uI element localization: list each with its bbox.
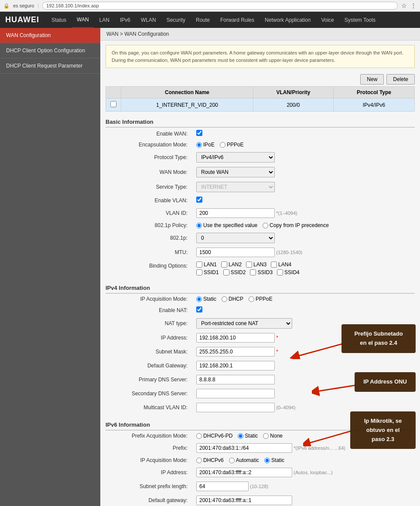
ipv4-acq-dhcp[interactable]: DHCP xyxy=(222,296,243,302)
enable-vlan-value[interactable] xyxy=(193,194,415,206)
ssid3-label: SSID3 xyxy=(257,269,273,275)
ssid2-checkbox[interactable] xyxy=(223,269,229,275)
row-checkbox-cell[interactable] xyxy=(106,98,121,112)
nav-security[interactable]: Security xyxy=(161,13,191,27)
ipv6-address-input[interactable] xyxy=(196,468,292,477)
browser-url[interactable]: 192.168.100.1/index.asp xyxy=(42,2,398,10)
binding-lan2[interactable]: LAN2 xyxy=(221,261,242,268)
mtu-input[interactable] xyxy=(196,248,275,257)
default-gw-input[interactable] xyxy=(196,361,275,370)
binding-lan4[interactable]: LAN4 xyxy=(271,261,291,268)
dot1p-select[interactable]: 0 xyxy=(196,233,275,243)
protocol-type-value[interactable]: IPv4/IPv6 xyxy=(193,150,415,165)
enable-wan-value[interactable] xyxy=(193,128,415,139)
service-type-select[interactable]: INTERNET xyxy=(196,182,275,192)
encap-pppoe-radio[interactable] xyxy=(220,142,225,148)
binding-lan1[interactable]: LAN1 xyxy=(196,261,217,268)
prefix-acq-dhcpv6pd-radio[interactable] xyxy=(196,433,202,439)
annotation-prefijo-text: Prefijo Subnetadoen el paso 2.4 xyxy=(354,330,403,346)
ipv6-default-gw-value[interactable] xyxy=(193,493,415,506)
subnet-mask-input[interactable] xyxy=(196,347,275,357)
ipv6-address-value[interactable]: (Autos, loopbac...) xyxy=(193,465,415,479)
policy-use-specified-radio[interactable] xyxy=(196,223,202,228)
ssid1-checkbox[interactable] xyxy=(196,269,202,275)
ipv4-acq-pppoe-radio[interactable] xyxy=(249,296,254,302)
nav-wlan[interactable]: WLAN xyxy=(136,13,161,27)
ipv6-acq-static[interactable]: Static xyxy=(264,457,284,463)
dot1p-value[interactable]: 0 xyxy=(193,231,415,245)
lan1-checkbox[interactable] xyxy=(196,261,202,268)
prefix-acq-label: Prefix Acquisition Mode: xyxy=(106,431,193,441)
ipv6-acq-static-radio[interactable] xyxy=(264,458,270,463)
binding-ssid3[interactable]: SSID3 xyxy=(250,269,273,275)
mtu-value[interactable]: (1280-1540) xyxy=(193,245,415,259)
new-button[interactable]: New xyxy=(360,74,384,85)
wan-mode-select[interactable]: Route WAN xyxy=(196,167,275,177)
nav-network-app[interactable]: Network Application xyxy=(260,13,316,27)
encap-pppoe-option[interactable]: PPPoE xyxy=(220,142,244,148)
policy-copy-ip-option[interactable]: Copy from IP precedence xyxy=(263,222,329,228)
enable-vlan-checkbox[interactable] xyxy=(196,197,202,203)
vlan-id-value[interactable]: *(1–4094) xyxy=(193,206,415,220)
sidebar-item-dhcp-request[interactable]: DHCP Client Request Parameter xyxy=(0,58,100,74)
primary-dns-input[interactable] xyxy=(196,375,275,384)
service-type-value[interactable]: INTERNET xyxy=(193,180,415,194)
default-gw-value[interactable] xyxy=(193,359,415,373)
row-checkbox[interactable] xyxy=(110,101,116,107)
nav-forward-rules[interactable]: Forward Rules xyxy=(215,13,260,27)
vlan-id-input[interactable] xyxy=(196,208,275,218)
lan4-checkbox[interactable] xyxy=(271,261,277,268)
ssid4-checkbox[interactable] xyxy=(277,269,283,275)
enable-nat-checkbox[interactable] xyxy=(196,306,202,312)
prefix-input[interactable] xyxy=(196,443,292,453)
ipv6-acq-dhcpv6-radio[interactable] xyxy=(196,458,202,463)
subnet-prefix-input[interactable] xyxy=(196,482,249,491)
policy-copy-ip-radio[interactable] xyxy=(263,223,268,228)
secondary-dns-input[interactable] xyxy=(196,389,275,398)
wan-mode-value[interactable]: Route WAN xyxy=(193,165,415,180)
policy-use-specified-option[interactable]: Use the specified value xyxy=(196,222,257,228)
enable-nat-value[interactable] xyxy=(193,304,415,316)
sidebar-item-dhcp-option[interactable]: DHCP Client Option Configuration xyxy=(0,43,100,58)
nat-type-select[interactable]: Port-restricted cone NAT xyxy=(196,318,292,329)
nav-system-tools[interactable]: System Tools xyxy=(339,13,381,27)
ipv4-acq-static[interactable]: Static xyxy=(196,296,216,302)
ipv4-acq-static-radio[interactable] xyxy=(196,296,202,302)
ipv6-acq-auto-radio[interactable] xyxy=(229,458,235,463)
enable-wan-checkbox[interactable] xyxy=(196,130,202,136)
star-icon[interactable]: ☆ xyxy=(401,2,407,9)
ipv4-acq-pppoe[interactable]: PPPoE xyxy=(249,296,273,302)
lan3-checkbox[interactable] xyxy=(246,261,252,268)
nav-route[interactable]: Route xyxy=(191,13,215,27)
nav-status[interactable]: Status xyxy=(46,13,72,27)
protocol-type-select[interactable]: IPv4/IPv6 xyxy=(196,152,275,163)
ipv4-acq-dhcp-radio[interactable] xyxy=(222,296,227,302)
ipv6-acq-auto[interactable]: Automatic xyxy=(229,457,259,463)
encap-ipoe-radio[interactable] xyxy=(196,142,202,148)
ssid3-checkbox[interactable] xyxy=(250,269,256,275)
binding-ssid4[interactable]: SSID4 xyxy=(277,269,300,275)
basic-info-title: Basic Information xyxy=(106,116,415,128)
binding-ssid2[interactable]: SSID2 xyxy=(223,269,246,275)
ipv6-acq-dhcpv6[interactable]: DHCPv6 xyxy=(196,457,224,463)
nav-lan[interactable]: LAN xyxy=(94,13,115,27)
encap-ipoe-option[interactable]: IPoE xyxy=(196,142,215,148)
prefix-acq-dhcpv6pd[interactable]: DHCPv6-PD xyxy=(196,433,232,439)
ipv4-address-input[interactable] xyxy=(196,333,275,343)
binding-lan3[interactable]: LAN3 xyxy=(246,261,266,268)
prefix-acq-static[interactable]: Static xyxy=(238,433,258,439)
nav-wan[interactable]: WAN xyxy=(72,12,94,28)
prefix-acq-none-radio[interactable] xyxy=(263,433,269,439)
binding-ssid1[interactable]: SSID1 xyxy=(196,269,219,275)
prefix-acq-static-radio[interactable] xyxy=(238,433,243,439)
ipv6-default-gw-input[interactable] xyxy=(196,496,292,505)
prefix-acq-none[interactable]: None xyxy=(263,433,283,439)
subnet-prefix-value[interactable]: (10-128) xyxy=(193,479,415,493)
nav-voice[interactable]: Voice xyxy=(316,13,339,27)
browser-menu-icon[interactable]: ⋮ xyxy=(410,2,417,9)
sidebar-item-wan-config[interactable]: WAN Configuration xyxy=(0,28,100,43)
lan2-checkbox[interactable] xyxy=(221,261,227,268)
nav-ipv6[interactable]: IPv6 xyxy=(115,13,136,27)
delete-button[interactable]: Delete xyxy=(386,74,415,85)
multicast-vlan-input[interactable] xyxy=(196,403,275,412)
